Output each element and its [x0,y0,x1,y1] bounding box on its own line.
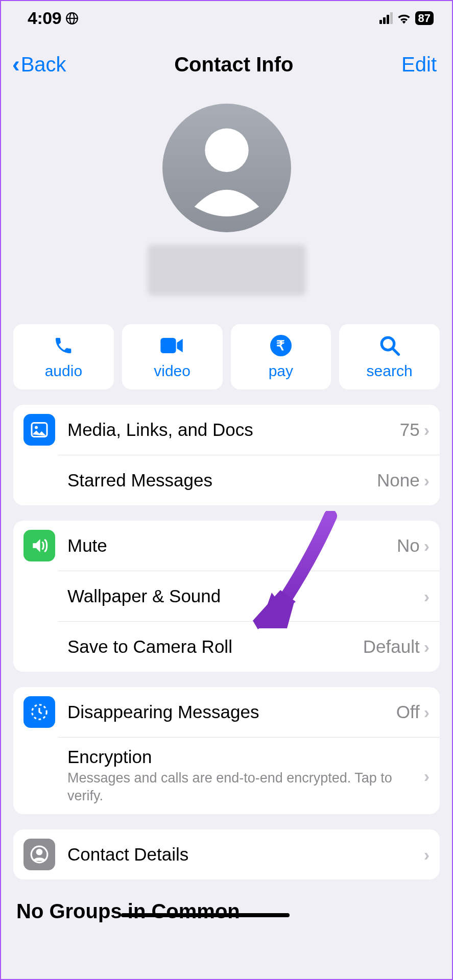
mute-label: Mute [67,535,397,556]
contact-details-row[interactable]: Contact Details › [13,829,440,879]
cellular-signal-icon [379,13,393,24]
contact-name-redacted [148,244,306,296]
starred-messages-row[interactable]: Starred Messages None › [58,455,440,505]
page-title: Contact Info [174,53,293,76]
edit-button[interactable]: Edit [401,53,437,76]
svg-point-3 [205,128,249,172]
contact-profile [1,104,452,296]
video-icon [160,334,184,357]
media-group: Media, Links, and Docs 75 › Starred Mess… [13,405,440,505]
person-circle-icon [23,839,55,870]
media-label: Media, Links, and Docs [67,420,400,440]
svg-rect-4 [160,338,176,353]
svg-point-11 [37,599,42,604]
chevron-right-icon: › [424,637,430,657]
nav-header: ‹ Back Contact Info Edit [1,33,452,83]
media-count: 75 [400,420,420,440]
save-camera-roll-row[interactable]: Save to Camera Roll Default › [58,621,440,672]
starred-label: Starred Messages [67,470,377,491]
flower-icon [23,580,55,612]
starred-value: None [377,470,420,491]
wallpaper-sound-row[interactable]: Wallpaper & Sound › [58,571,440,621]
chevron-right-icon: › [424,702,430,722]
video-label: video [154,362,190,380]
star-icon [23,464,55,496]
settings-group: Mute No › Wallpaper & Sound › Save to Ca… [13,521,440,672]
pay-label: pay [269,362,293,380]
media-links-docs-row[interactable]: Media, Links, and Docs 75 › [13,405,440,455]
speaker-icon [23,530,55,561]
save-roll-label: Save to Camera Roll [67,636,363,657]
back-button[interactable]: ‹ Back [12,52,66,77]
battery-level: 87 [415,11,434,25]
avatar-icon[interactable] [162,104,291,232]
status-time: 4:09 [28,8,61,28]
mute-row[interactable]: Mute No › [13,521,440,571]
wallpaper-label: Wallpaper & Sound [67,586,424,606]
svg-rect-18 [33,640,46,654]
disappearing-label: Disappearing Messages [67,702,396,722]
svg-point-12 [31,594,36,599]
photo-icon [23,414,55,446]
svg-point-17 [41,598,46,603]
disappearing-value: Off [396,702,420,722]
encryption-row[interactable]: Encryption Messages and calls are end-to… [58,737,440,814]
contact-details-label: Contact Details [67,844,424,865]
svg-point-16 [33,598,38,603]
status-bar: 4:09 87 [1,1,452,33]
search-icon [379,334,400,357]
chevron-right-icon: › [424,471,430,491]
chevron-right-icon: › [424,586,430,606]
download-icon [23,631,55,663]
encryption-sub: Messages and calls are end-to-end encryp… [67,769,424,805]
lock-icon [23,760,55,792]
chevron-right-icon: › [424,420,430,440]
contact-details-group: Contact Details › [13,829,440,879]
disappearing-messages-row[interactable]: Disappearing Messages Off › [13,687,440,737]
svg-point-10 [37,588,42,593]
search-label: search [367,362,413,380]
privacy-group: Disappearing Messages Off › Encryption M… [13,687,440,814]
action-row: audio video ₹ pay search [1,324,452,389]
svg-point-8 [35,426,38,429]
rupee-icon: ₹ [270,334,292,357]
mute-value: No [397,535,420,556]
chevron-right-icon: › [424,845,430,865]
svg-point-14 [33,590,38,595]
svg-line-6 [392,348,398,354]
status-left: 4:09 [28,8,79,28]
chevron-left-icon: ‹ [12,52,20,77]
svg-rect-20 [34,774,44,783]
svg-point-22 [37,850,42,855]
back-label: Back [21,53,66,76]
search-button[interactable]: search [339,324,440,389]
wifi-icon [397,13,411,24]
strikethrough-annotation [121,913,290,917]
chevron-right-icon: › [424,766,430,786]
audio-label: audio [45,362,82,380]
pay-button[interactable]: ₹ pay [231,324,331,389]
status-right: 87 [379,11,434,25]
svg-point-9 [37,594,42,599]
phone-icon [53,334,74,357]
globe-icon [65,12,79,25]
timer-icon [23,696,55,728]
video-call-button[interactable]: video [122,324,223,389]
encryption-label: Encryption [67,747,424,767]
chevron-right-icon: › [424,536,430,556]
svg-point-15 [41,590,46,595]
svg-point-13 [42,594,47,599]
save-roll-value: Default [363,636,420,657]
groups-section-title: No Groups in Common [1,879,452,923]
audio-call-button[interactable]: audio [13,324,114,389]
